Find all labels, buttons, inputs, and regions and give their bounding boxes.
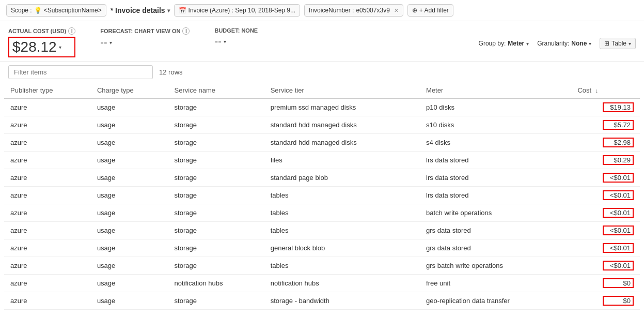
cell-cost: <$0.01	[571, 222, 640, 239]
cell-meter: lrs data stored	[420, 169, 571, 187]
cell-meter: lrs data stored	[420, 152, 571, 169]
cell-cost: <$0.01	[571, 257, 640, 275]
cost-value: $0	[603, 278, 634, 288]
data-table: Publisher type Charge type Service name …	[4, 82, 640, 310]
cell-meter: lrs data stored	[420, 187, 571, 204]
col-publisher-type: Publisher type	[4, 82, 91, 99]
cell-publisher-type: azure	[4, 134, 91, 152]
filter-input[interactable]	[8, 65, 153, 79]
add-filter-pill[interactable]: ⊕ + Add filter	[407, 4, 453, 17]
cost-value: $0	[603, 296, 634, 306]
cost-value: $0.29	[603, 155, 634, 165]
cell-service-tier: files	[264, 152, 420, 169]
cost-value: <$0.01	[603, 208, 634, 218]
table-row: azureusagestoragetableslrs data stored<$…	[4, 187, 640, 204]
cost-value: $5.72	[603, 120, 634, 130]
cell-service-tier: storage - bandwidth	[264, 292, 420, 310]
actual-cost-info-icon[interactable]: i	[68, 27, 75, 35]
col-charge-type: Charge type	[91, 82, 168, 99]
cell-publisher-type: azure	[4, 204, 91, 222]
forecast-block: FORECAST: CHART VIEW ON i -- ▾	[100, 27, 190, 49]
table-row: azureusagestoragetablesbatch write opera…	[4, 204, 640, 222]
cell-cost: <$0.01	[571, 204, 640, 222]
cell-meter: s4 disks	[420, 134, 571, 152]
table-wrapper: Publisher type Charge type Service name …	[0, 82, 644, 310]
cell-cost: $5.72	[571, 116, 640, 134]
cell-cost: <$0.01	[571, 169, 640, 187]
table-header: Publisher type Charge type Service name …	[4, 82, 640, 99]
cell-charge-type: usage	[91, 187, 168, 204]
actual-cost-value[interactable]: $28.12 ▾	[8, 37, 75, 57]
cell-service-name: storage	[168, 239, 264, 257]
invoice-number-close-icon[interactable]: ✕	[394, 7, 399, 14]
cell-service-name: storage	[168, 99, 264, 116]
cell-service-tier: standard page blob	[264, 169, 420, 187]
metrics-row: ACTUAL COST (USD) i $28.12 ▾ FORECAST: C…	[0, 21, 644, 62]
cell-publisher-type: azure	[4, 292, 91, 310]
table-row: azureusagestoragestandard hdd managed di…	[4, 116, 640, 134]
cost-sort-icon: ↓	[595, 87, 599, 94]
table-row: azureusagestoragestandard page bloblrs d…	[4, 169, 640, 187]
table-grid-icon: ⊞	[604, 40, 609, 47]
cell-service-tier: standard hdd managed disks	[264, 134, 420, 152]
budget-value[interactable]: -- ▾	[214, 36, 258, 48]
budget-block: BUDGET: NONE -- ▾	[214, 27, 258, 48]
cost-value: <$0.01	[603, 261, 634, 270]
cell-service-name: storage	[168, 187, 264, 204]
granularity-control[interactable]: Granularity: None ▾	[537, 40, 591, 47]
title-chevron-icon: ▾	[167, 8, 170, 13]
cell-service-name: notification hubs	[168, 275, 264, 292]
col-cost[interactable]: Cost ↓	[571, 82, 640, 99]
col-service-name: Service name	[168, 82, 264, 99]
cell-cost: $2.98	[571, 134, 640, 152]
forecast-chevron-icon: ▾	[109, 40, 112, 46]
cell-charge-type: usage	[91, 275, 168, 292]
view-table-button[interactable]: ⊞ Table ▾	[600, 38, 636, 49]
cell-service-name: storage	[168, 222, 264, 239]
cell-meter: free unit	[420, 275, 571, 292]
forecast-info-icon[interactable]: i	[182, 27, 190, 35]
granularity-value: None	[571, 40, 587, 47]
cell-meter: geo-replication data transfer	[420, 292, 571, 310]
col-meter: Meter	[420, 82, 571, 99]
scope-label: Scope :	[11, 7, 32, 14]
cell-charge-type: usage	[91, 257, 168, 275]
col-service-tier: Service tier	[264, 82, 420, 99]
cell-charge-type: usage	[91, 239, 168, 257]
cost-value: <$0.01	[603, 243, 634, 253]
scope-pill[interactable]: Scope : 💡 <SubscriptionName>	[6, 4, 106, 17]
group-by-chevron-icon: ▾	[526, 41, 529, 47]
cell-charge-type: usage	[91, 152, 168, 169]
cell-service-name: storage	[168, 116, 264, 134]
cell-cost: $19.13	[571, 99, 640, 116]
cell-charge-type: usage	[91, 116, 168, 134]
cell-charge-type: usage	[91, 99, 168, 116]
add-filter-icon: ⊕	[412, 7, 417, 14]
rows-count: 12 rows	[159, 68, 183, 76]
invoice-number-label: InvoiceNumber :	[309, 7, 354, 14]
cost-value: <$0.01	[603, 225, 634, 235]
granularity-label: Granularity:	[537, 40, 569, 47]
cell-publisher-type: azure	[4, 152, 91, 169]
invoice-number-pill[interactable]: InvoiceNumber : e05007x3v9 ✕	[304, 4, 403, 17]
filter-row: 12 rows	[0, 62, 644, 82]
cell-meter: grs data stored	[420, 239, 571, 257]
table-row: azureusagestoragegeneral block blobgrs d…	[4, 239, 640, 257]
cost-value: <$0.01	[603, 173, 634, 183]
invoice-details-title[interactable]: * Invoice details ▾	[111, 6, 170, 14]
group-by-control[interactable]: Group by: Meter ▾	[479, 40, 529, 47]
cell-publisher-type: azure	[4, 275, 91, 292]
table-row: azureusagestoragepremium ssd managed dis…	[4, 99, 640, 116]
cell-publisher-type: azure	[4, 169, 91, 187]
scope-value: <SubscriptionName>	[44, 7, 102, 14]
forecast-value[interactable]: -- ▾	[100, 37, 190, 49]
cell-service-name: storage	[168, 169, 264, 187]
cell-service-name: storage	[168, 152, 264, 169]
budget-label: BUDGET: NONE	[214, 27, 258, 34]
table-row: azureusagestoragetablesgrs batch write o…	[4, 257, 640, 275]
cell-meter: grs batch write operations	[420, 257, 571, 275]
table-row: azureusagenotification hubsnotification …	[4, 275, 640, 292]
cell-cost: $0	[571, 275, 640, 292]
invoice-filter-pill[interactable]: 📅 Invoice (Azure) : Sep 10, 2018-Sep 9..…	[174, 4, 300, 17]
table-row: azureusagestoragefileslrs data stored$0.…	[4, 152, 640, 169]
